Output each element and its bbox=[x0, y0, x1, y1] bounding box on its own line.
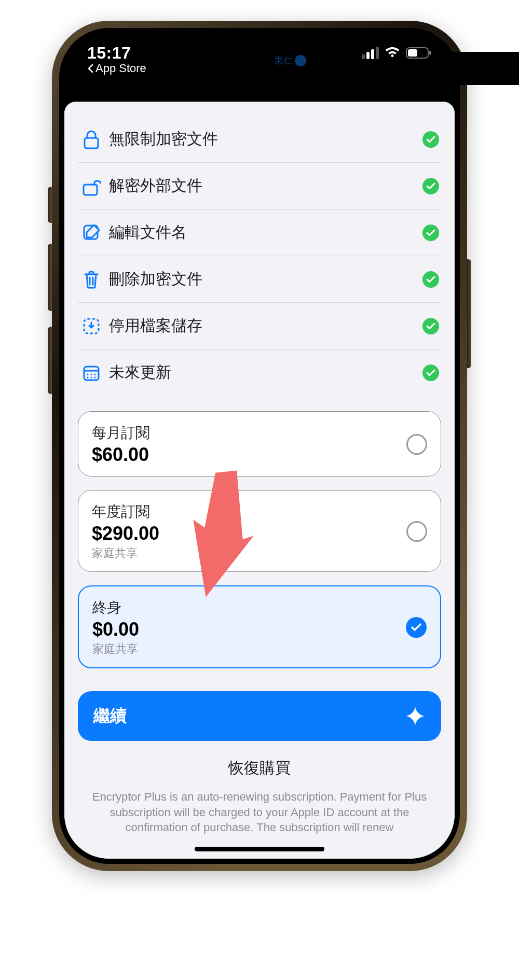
feature-row: 解密外部文件 bbox=[78, 163, 441, 209]
phone-frame: 15:17 App Store 果仁 bbox=[52, 21, 467, 871]
feature-label: 編輯文件名 bbox=[109, 222, 422, 243]
check-icon bbox=[422, 131, 439, 148]
island-text: 果仁 bbox=[274, 54, 293, 67]
radio-unchecked-icon bbox=[406, 434, 427, 455]
save-off-icon bbox=[80, 317, 103, 335]
plan-lifetime[interactable]: 終身 $0.00 家庭共享 bbox=[78, 585, 441, 668]
home-indicator[interactable] bbox=[195, 847, 324, 851]
feature-label: 無限制加密文件 bbox=[109, 129, 422, 150]
svg-point-10 bbox=[91, 373, 92, 375]
wifi-icon bbox=[384, 47, 401, 59]
feature-list: 無限制加密文件 解密外部文件 bbox=[78, 116, 441, 396]
paywall-sheet: 無限制加密文件 解密外部文件 bbox=[64, 102, 455, 859]
feature-row: 無限制加密文件 bbox=[78, 116, 441, 163]
plan-yearly[interactable]: 年度訂閱 $290.00 家庭共享 bbox=[78, 490, 441, 572]
radio-unchecked-icon bbox=[406, 521, 427, 542]
plan-list: 每月訂閱 $60.00 年度訂閱 $290.00 家庭共享 bbox=[78, 411, 441, 668]
plan-title: 年度訂閱 bbox=[92, 502, 406, 522]
dynamic-island: 果仁 bbox=[197, 43, 322, 79]
status-time: 15:17 bbox=[87, 44, 146, 63]
svg-rect-3 bbox=[85, 138, 98, 148]
lock-icon bbox=[80, 130, 103, 149]
svg-point-12 bbox=[87, 376, 89, 378]
restore-purchase-button[interactable]: 恢復購買 bbox=[64, 758, 455, 779]
sparkle-icon bbox=[405, 706, 426, 726]
status-bar: 15:17 App Store 果仁 bbox=[64, 33, 455, 91]
svg-point-9 bbox=[87, 373, 89, 375]
check-icon bbox=[422, 365, 439, 381]
continue-label: 繼續 bbox=[93, 705, 127, 727]
plan-title: 每月訂閱 bbox=[92, 423, 406, 443]
calendar-icon bbox=[80, 364, 103, 382]
feature-label: 解密外部文件 bbox=[109, 175, 422, 197]
trash-icon bbox=[80, 270, 103, 289]
fine-print: Encryptor Plus is an auto-renewing subsc… bbox=[83, 789, 436, 835]
plan-subtitle: 家庭共享 bbox=[92, 545, 406, 561]
plan-title: 終身 bbox=[92, 598, 406, 618]
feature-label: 停用檔案儲存 bbox=[109, 315, 422, 337]
island-avatar bbox=[295, 55, 306, 66]
svg-rect-4 bbox=[84, 185, 97, 195]
plan-price: $290.00 bbox=[92, 523, 406, 544]
screen: 15:17 App Store 果仁 bbox=[64, 33, 455, 859]
side-button bbox=[467, 259, 471, 368]
check-icon bbox=[422, 271, 439, 288]
plan-monthly[interactable]: 每月訂閱 $60.00 bbox=[78, 411, 441, 477]
feature-row: 停用檔案儲存 bbox=[78, 303, 441, 349]
side-button bbox=[48, 187, 52, 223]
feature-label: 未來更新 bbox=[109, 362, 422, 383]
continue-button[interactable]: 繼續 bbox=[78, 691, 441, 741]
battery-icon bbox=[406, 47, 432, 59]
plan-subtitle: 家庭共享 bbox=[92, 641, 406, 657]
svg-point-14 bbox=[94, 376, 96, 378]
check-icon bbox=[422, 225, 439, 241]
plan-price: $60.00 bbox=[92, 444, 406, 466]
plan-price: $0.00 bbox=[92, 619, 406, 640]
feature-row: 刪除加密文件 bbox=[78, 256, 441, 303]
side-button bbox=[48, 244, 52, 311]
back-label: App Store bbox=[95, 62, 146, 75]
svg-rect-2 bbox=[429, 51, 431, 55]
unlock-icon bbox=[80, 176, 103, 196]
cellular-icon bbox=[362, 47, 379, 59]
check-icon bbox=[422, 178, 439, 194]
svg-rect-1 bbox=[408, 49, 417, 57]
edit-icon bbox=[80, 224, 103, 242]
side-button bbox=[48, 327, 52, 394]
feature-row: 未來更新 bbox=[78, 349, 441, 396]
radio-checked-icon bbox=[406, 617, 427, 638]
svg-point-13 bbox=[91, 376, 92, 378]
svg-point-11 bbox=[94, 373, 96, 375]
check-icon bbox=[422, 318, 439, 334]
feature-label: 刪除加密文件 bbox=[109, 269, 422, 290]
back-to-app-store[interactable]: App Store bbox=[87, 62, 146, 75]
feature-row: 編輯文件名 bbox=[78, 209, 441, 256]
